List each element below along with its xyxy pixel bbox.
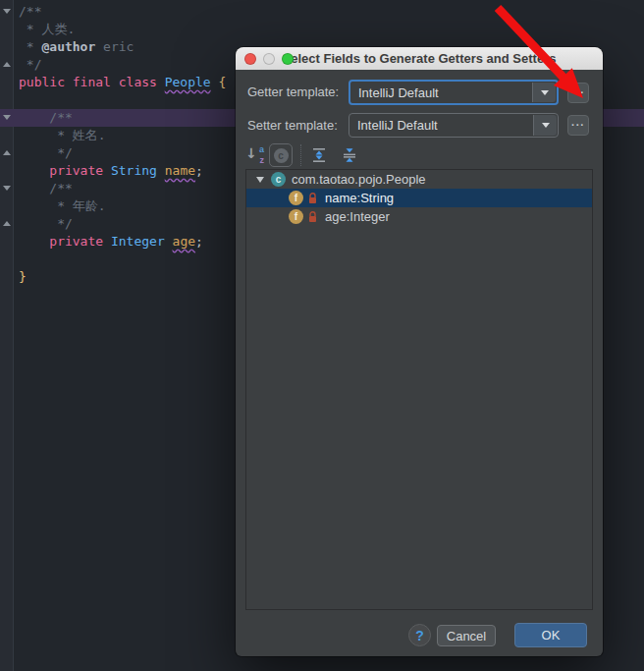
getter-template-more-button[interactable]: ···: [567, 83, 589, 103]
show-classes-toggle-button[interactable]: c: [269, 143, 293, 167]
close-window-button[interactable]: [244, 53, 256, 65]
getter-template-value: IntelliJ Default: [358, 82, 439, 103]
tree-field-row[interactable]: f age:Integer: [246, 207, 592, 226]
toolbar-separator: [300, 144, 301, 166]
fields-tree[interactable]: c com.taotao.pojo.People f name:String f: [245, 169, 593, 610]
sort-alphabetically-button[interactable]: ↓ a z: [245, 144, 265, 166]
field-icon: f: [289, 209, 303, 224]
class-filter-icon: c: [274, 148, 289, 163]
sort-letter-a: a: [259, 144, 264, 154]
tree-field-row[interactable]: f name:String: [246, 189, 592, 207]
setter-template-value: IntelliJ Default: [357, 114, 438, 137]
generate-getters-setters-dialog: Select Fields to Generate Getters and Se…: [236, 47, 603, 656]
lock-icon: [308, 193, 317, 204]
tree-root-label: com.taotao.pojo.People: [292, 172, 426, 187]
tree-field-rows: f name:String f age:Integer: [246, 189, 592, 226]
code-line: /**: [19, 3, 644, 21]
cancel-button[interactable]: Cancel: [437, 625, 496, 646]
class-icon: c: [271, 172, 286, 187]
ok-button[interactable]: OK: [514, 623, 587, 647]
field-icon: f: [289, 191, 303, 205]
zoom-window-button[interactable]: [282, 53, 294, 65]
field-label: age:Integer: [325, 209, 390, 224]
setter-template-label: Setter template:: [247, 113, 338, 139]
screen: /** * 人类. * @author eric */public final …: [0, 0, 644, 671]
setter-template-combobox[interactable]: IntelliJ Default: [349, 113, 559, 138]
chevron-down-icon: [542, 123, 550, 128]
fold-up-icon[interactable]: [3, 221, 11, 226]
collapse-all-button[interactable]: [341, 147, 358, 163]
tree-expand-icon[interactable]: [256, 177, 264, 183]
chevron-down-icon: [541, 90, 549, 95]
code-line: * 人类.: [19, 21, 644, 38]
expand-all-button[interactable]: [310, 147, 328, 163]
sort-arrow-icon: ↓: [245, 145, 257, 161]
field-label: name:String: [325, 191, 394, 205]
getter-template-label: Getter template:: [247, 80, 339, 105]
setter-template-more-button[interactable]: ···: [567, 115, 589, 136]
traffic-lights: [244, 47, 294, 70]
tree-root-row[interactable]: c com.taotao.pojo.People: [246, 170, 592, 189]
fold-down-icon[interactable]: [3, 186, 11, 191]
sort-letter-z: z: [260, 155, 265, 165]
fold-down-icon[interactable]: [3, 115, 11, 120]
fold-down-icon[interactable]: [3, 9, 11, 14]
setter-combo-dropdown-button[interactable]: [533, 115, 557, 136]
dialog-titlebar[interactable]: Select Fields to Generate Getters and Se…: [236, 47, 603, 70]
getter-template-combobox[interactable]: IntelliJ Default: [349, 80, 559, 105]
fold-up-icon[interactable]: [3, 62, 11, 67]
lock-icon: [308, 211, 317, 223]
fields-toolbar: ↓ a z c: [245, 142, 371, 168]
help-button[interactable]: ?: [408, 624, 431, 646]
getter-combo-dropdown-button[interactable]: [532, 83, 556, 102]
fold-up-icon[interactable]: [3, 150, 11, 155]
dialog-title: Select Fields to Generate Getters and Se…: [283, 51, 557, 66]
minimize-window-button[interactable]: [263, 53, 275, 65]
